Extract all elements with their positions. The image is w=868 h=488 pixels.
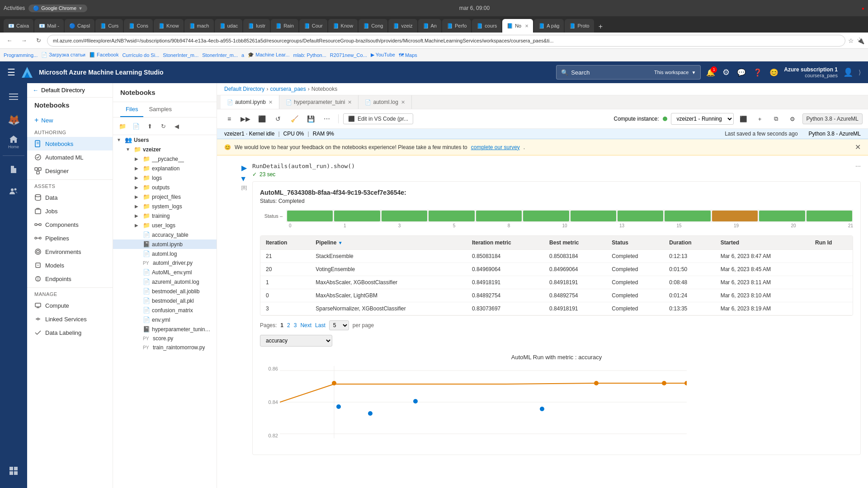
feedback-icon[interactable]: 💬	[737, 68, 746, 77]
tab-rain[interactable]: 📘Rain	[271, 19, 298, 33]
tab-udac[interactable]: 📘udac	[215, 19, 243, 33]
bookmark-programming[interactable]: Programming...	[4, 52, 38, 58]
nb-run-all-btn[interactable]: ▶▶	[239, 112, 252, 126]
nb-tab-automl-close[interactable]: ✕	[269, 99, 273, 105]
bookmark-zagruzka[interactable]: 📄 Загрузка статьи	[41, 52, 85, 58]
sidebar-icon-files[interactable]	[4, 160, 24, 179]
bookmark-youtube[interactable]: ▶ YouTube	[371, 52, 395, 58]
bookmark-star[interactable]: ☆	[848, 37, 854, 44]
new-file-btn[interactable]: 📄	[130, 120, 142, 132]
tree-explanation[interactable]: ▶📁explanation	[113, 164, 217, 173]
nav-item-compute[interactable]: Compute	[27, 299, 113, 312]
tab-cong[interactable]: 📘Cong	[359, 19, 387, 33]
nav-default-directory[interactable]: ← Default Directory	[27, 83, 113, 98]
breadcrumb-coursera[interactable]: coursera_paes	[270, 86, 306, 92]
breadcrumb-default-dir[interactable]: Default Directory	[224, 86, 264, 92]
cell-options-btn[interactable]: ⋯	[855, 163, 861, 169]
tree-train-py[interactable]: PYtrain_raintomorrow.py	[113, 343, 217, 352]
bookmark-a[interactable]: a	[241, 52, 244, 58]
nav-item-endpoints[interactable]: Endpoints	[27, 272, 113, 286]
nav-item-automated-ml[interactable]: Automated ML	[27, 150, 113, 164]
extensions-icon[interactable]: 🔌	[857, 37, 864, 44]
nb-stop-btn[interactable]: ⬛	[255, 112, 269, 126]
nb-clear-btn[interactable]: 🧹	[288, 112, 301, 126]
nb-tab-hyperparam-close[interactable]: ✕	[348, 99, 352, 105]
tree-automl-driver[interactable]: PYautoml_driver.py	[113, 258, 217, 267]
kernel-add-btn[interactable]: +	[754, 113, 766, 125]
tab-vzeiz[interactable]: 📘vzeiz	[388, 19, 417, 33]
next-page-btn[interactable]: Next	[300, 322, 311, 328]
azure-menu-icon[interactable]: ☰	[7, 67, 15, 78]
sidebar-icon-menu[interactable]	[4, 87, 24, 107]
smiley-icon[interactable]: 😊	[769, 68, 778, 77]
bookmark-curriculo[interactable]: Currículo do Si...	[122, 52, 159, 58]
cell-expand-btn[interactable]: ▼	[240, 175, 247, 183]
tree-training[interactable]: ▶📁training	[113, 211, 217, 221]
forward-button[interactable]: →	[18, 35, 30, 47]
tree-env-yml[interactable]: 📄env.yml	[113, 315, 217, 324]
tree-users-root[interactable]: ▼ 👥 Users	[113, 135, 217, 145]
nb-restart-btn[interactable]: ↺	[271, 112, 285, 126]
tree-automl-env[interactable]: 📄AutoML_env.yml	[113, 267, 217, 277]
tab-cours[interactable]: 📘cours	[472, 19, 501, 33]
tree-automl-log[interactable]: 📄automl.log	[113, 249, 217, 258]
last-page-btn[interactable]: Last	[315, 322, 326, 328]
address-bar[interactable]	[47, 35, 845, 47]
new-button[interactable]: + New	[27, 113, 113, 128]
bookmark-stoner2[interactable]: StonerInter_m...	[202, 52, 238, 58]
tab-cons[interactable]: 📘Cons	[124, 19, 153, 33]
cell-pipeline[interactable]: MaxAbsScaler, XGBoostClassifier	[310, 276, 467, 289]
tab-no-active[interactable]: 📘No✕	[502, 19, 533, 33]
bookmark-stoner1[interactable]: StonerInter_m...	[163, 52, 198, 58]
bookmark-machinelear[interactable]: 🎓 Machine Lear...	[248, 52, 289, 58]
metric-select[interactable]: accuracy AUC F1	[260, 335, 332, 347]
tree-score-py[interactable]: PYscore.py	[113, 334, 217, 343]
tree-vzeizer[interactable]: ▼ 📁 vzeizer	[113, 145, 217, 154]
tab-mach[interactable]: 📘mach	[184, 19, 214, 33]
kernel-split-btn[interactable]: ⧉	[770, 113, 783, 125]
tab-caixa[interactable]: 📧Caixa	[4, 19, 33, 33]
tab-proto[interactable]: 📘Proto	[565, 19, 594, 33]
sidebar-icon-firefox[interactable]: 🦊	[4, 110, 24, 130]
file-tab-samples[interactable]: Samples	[143, 102, 177, 117]
new-folder-btn[interactable]: 📁	[117, 120, 128, 132]
tree-azureml-log[interactable]: 📄azureml_automl.log	[113, 277, 217, 286]
kernel-stop-btn[interactable]: ⬛	[737, 113, 750, 125]
azure-search-bar[interactable]: 🔍 Search This workspace ▼	[556, 65, 701, 80]
cell-pipeline[interactable]: VotingEnsemble	[310, 263, 467, 276]
nav-item-pipelines[interactable]: Pipelines	[27, 231, 113, 245]
sidebar-icon-home[interactable]: Home	[4, 132, 24, 152]
nav-item-data[interactable]: Data	[27, 191, 113, 204]
tab-know2[interactable]: 📘Know	[328, 19, 358, 33]
tree-confusion-matrix[interactable]: 📄confusion_matrix	[113, 305, 217, 315]
tree-project-files[interactable]: ▶📁project_files	[113, 192, 217, 202]
new-tab-button[interactable]: +	[595, 21, 606, 33]
cell-pipeline[interactable]: MaxAbsScaler, LightGBM	[310, 289, 467, 302]
edit-vscode-btn[interactable]: ⬛ Edit in VS Code (pr...	[343, 113, 413, 124]
back-button[interactable]: ←	[4, 35, 15, 47]
page-1-btn[interactable]: 1	[280, 322, 283, 328]
expand-icon[interactable]: ⟩	[859, 69, 861, 76]
feedback-close-btn[interactable]: ✕	[855, 143, 861, 151]
tree-bestmodel-joblib[interactable]: 📄bestmodel_all.joblib	[113, 286, 217, 296]
refresh-tree-btn[interactable]: ↻	[157, 120, 169, 132]
tree-user-logs[interactable]: ▶📁user_logs	[113, 221, 217, 230]
help-icon[interactable]: ❓	[753, 68, 762, 77]
per-page-select[interactable]: 5 10 25	[329, 320, 349, 330]
nav-item-components[interactable]: Components	[27, 218, 113, 231]
cell-run-btn[interactable]: ▶	[241, 164, 247, 172]
nav-item-models[interactable]: Models	[27, 258, 113, 272]
nb-tab-log-close[interactable]: ✕	[401, 99, 405, 105]
feedback-link[interactable]: complete our survey	[471, 144, 520, 150]
nav-item-designer[interactable]: Designer	[27, 164, 113, 178]
tree-outputs[interactable]: ▶📁outputs	[113, 183, 217, 192]
page-2-btn[interactable]: 2	[287, 322, 290, 328]
notification-bell[interactable]: 🔔1	[706, 68, 715, 77]
compute-select[interactable]: vzeizer1 - Running	[671, 113, 734, 125]
upload-btn[interactable]: ⬆	[144, 120, 156, 132]
tree-hyperparam-ipynb[interactable]: 📓hyperparameter_tuning.ipynb	[113, 324, 217, 334]
sidebar-icon-teams[interactable]	[4, 181, 24, 201]
file-tab-files[interactable]: Files	[120, 102, 143, 117]
refresh-button[interactable]: ↻	[33, 35, 44, 47]
tab-know1[interactable]: 📘Know	[154, 19, 184, 33]
